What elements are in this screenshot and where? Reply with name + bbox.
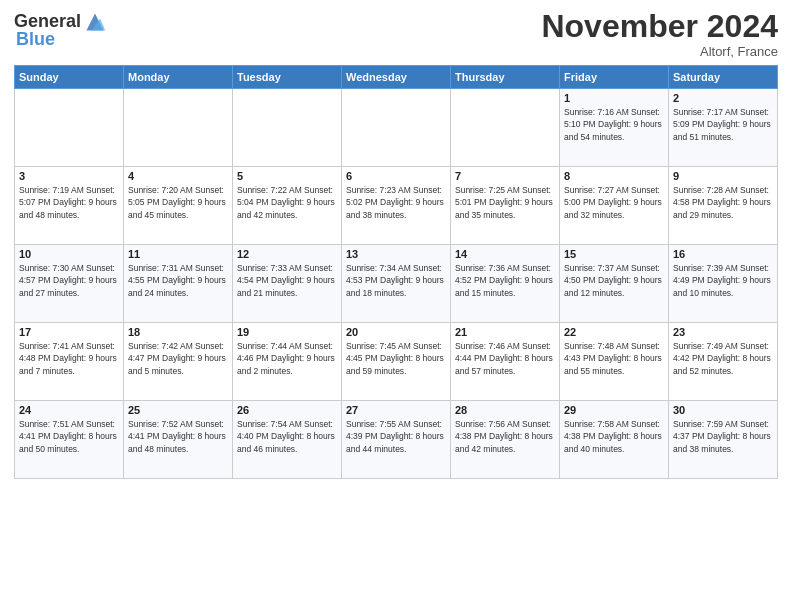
cell-4-2: 26Sunrise: 7:54 AM Sunset: 4:40 PM Dayli… <box>233 401 342 479</box>
day-number-2-0: 10 <box>19 248 119 260</box>
day-number-4-1: 25 <box>128 404 228 416</box>
day-number-0-6: 2 <box>673 92 773 104</box>
day-number-4-6: 30 <box>673 404 773 416</box>
day-number-2-6: 16 <box>673 248 773 260</box>
week-row-3: 17Sunrise: 7:41 AM Sunset: 4:48 PM Dayli… <box>15 323 778 401</box>
calendar-header-row: Sunday Monday Tuesday Wednesday Thursday… <box>15 66 778 89</box>
day-number-0-5: 1 <box>564 92 664 104</box>
day-info-4-3: Sunrise: 7:55 AM Sunset: 4:39 PM Dayligh… <box>346 418 446 455</box>
day-info-2-5: Sunrise: 7:37 AM Sunset: 4:50 PM Dayligh… <box>564 262 664 299</box>
day-info-3-0: Sunrise: 7:41 AM Sunset: 4:48 PM Dayligh… <box>19 340 119 377</box>
day-info-1-2: Sunrise: 7:22 AM Sunset: 5:04 PM Dayligh… <box>237 184 337 221</box>
day-info-0-6: Sunrise: 7:17 AM Sunset: 5:09 PM Dayligh… <box>673 106 773 143</box>
day-info-2-1: Sunrise: 7:31 AM Sunset: 4:55 PM Dayligh… <box>128 262 228 299</box>
day-number-1-6: 9 <box>673 170 773 182</box>
day-number-3-1: 18 <box>128 326 228 338</box>
day-info-3-4: Sunrise: 7:46 AM Sunset: 4:44 PM Dayligh… <box>455 340 555 377</box>
day-info-3-2: Sunrise: 7:44 AM Sunset: 4:46 PM Dayligh… <box>237 340 337 377</box>
week-row-0: 1Sunrise: 7:16 AM Sunset: 5:10 PM Daylig… <box>15 89 778 167</box>
cell-1-6: 9Sunrise: 7:28 AM Sunset: 4:58 PM Daylig… <box>669 167 778 245</box>
cell-4-1: 25Sunrise: 7:52 AM Sunset: 4:41 PM Dayli… <box>124 401 233 479</box>
day-number-1-2: 5 <box>237 170 337 182</box>
day-number-1-5: 8 <box>564 170 664 182</box>
day-info-2-6: Sunrise: 7:39 AM Sunset: 4:49 PM Dayligh… <box>673 262 773 299</box>
day-info-4-1: Sunrise: 7:52 AM Sunset: 4:41 PM Dayligh… <box>128 418 228 455</box>
day-info-4-2: Sunrise: 7:54 AM Sunset: 4:40 PM Dayligh… <box>237 418 337 455</box>
cell-4-0: 24Sunrise: 7:51 AM Sunset: 4:41 PM Dayli… <box>15 401 124 479</box>
cell-1-2: 5Sunrise: 7:22 AM Sunset: 5:04 PM Daylig… <box>233 167 342 245</box>
cell-3-2: 19Sunrise: 7:44 AM Sunset: 4:46 PM Dayli… <box>233 323 342 401</box>
cell-3-0: 17Sunrise: 7:41 AM Sunset: 4:48 PM Dayli… <box>15 323 124 401</box>
cell-0-4 <box>451 89 560 167</box>
day-info-1-4: Sunrise: 7:25 AM Sunset: 5:01 PM Dayligh… <box>455 184 555 221</box>
day-info-3-6: Sunrise: 7:49 AM Sunset: 4:42 PM Dayligh… <box>673 340 773 377</box>
day-info-2-2: Sunrise: 7:33 AM Sunset: 4:54 PM Dayligh… <box>237 262 337 299</box>
cell-2-1: 11Sunrise: 7:31 AM Sunset: 4:55 PM Dayli… <box>124 245 233 323</box>
day-info-2-0: Sunrise: 7:30 AM Sunset: 4:57 PM Dayligh… <box>19 262 119 299</box>
header-thursday: Thursday <box>451 66 560 89</box>
cell-2-2: 12Sunrise: 7:33 AM Sunset: 4:54 PM Dayli… <box>233 245 342 323</box>
cell-4-6: 30Sunrise: 7:59 AM Sunset: 4:37 PM Dayli… <box>669 401 778 479</box>
day-info-4-4: Sunrise: 7:56 AM Sunset: 4:38 PM Dayligh… <box>455 418 555 455</box>
day-number-3-4: 21 <box>455 326 555 338</box>
day-info-0-5: Sunrise: 7:16 AM Sunset: 5:10 PM Dayligh… <box>564 106 664 143</box>
cell-2-0: 10Sunrise: 7:30 AM Sunset: 4:57 PM Dayli… <box>15 245 124 323</box>
day-info-3-5: Sunrise: 7:48 AM Sunset: 4:43 PM Dayligh… <box>564 340 664 377</box>
cell-1-3: 6Sunrise: 7:23 AM Sunset: 5:02 PM Daylig… <box>342 167 451 245</box>
day-number-3-0: 17 <box>19 326 119 338</box>
cell-2-5: 15Sunrise: 7:37 AM Sunset: 4:50 PM Dayli… <box>560 245 669 323</box>
cell-3-3: 20Sunrise: 7:45 AM Sunset: 4:45 PM Dayli… <box>342 323 451 401</box>
day-number-3-5: 22 <box>564 326 664 338</box>
cell-3-1: 18Sunrise: 7:42 AM Sunset: 4:47 PM Dayli… <box>124 323 233 401</box>
calendar: Sunday Monday Tuesday Wednesday Thursday… <box>14 65 778 479</box>
cell-2-6: 16Sunrise: 7:39 AM Sunset: 4:49 PM Dayli… <box>669 245 778 323</box>
cell-3-4: 21Sunrise: 7:46 AM Sunset: 4:44 PM Dayli… <box>451 323 560 401</box>
month-title: November 2024 <box>541 10 778 42</box>
header-sunday: Sunday <box>15 66 124 89</box>
day-number-4-0: 24 <box>19 404 119 416</box>
day-number-2-2: 12 <box>237 248 337 260</box>
header-tuesday: Tuesday <box>233 66 342 89</box>
cell-2-3: 13Sunrise: 7:34 AM Sunset: 4:53 PM Dayli… <box>342 245 451 323</box>
cell-0-3 <box>342 89 451 167</box>
cell-4-4: 28Sunrise: 7:56 AM Sunset: 4:38 PM Dayli… <box>451 401 560 479</box>
cell-3-5: 22Sunrise: 7:48 AM Sunset: 4:43 PM Dayli… <box>560 323 669 401</box>
cell-1-1: 4Sunrise: 7:20 AM Sunset: 5:05 PM Daylig… <box>124 167 233 245</box>
cell-3-6: 23Sunrise: 7:49 AM Sunset: 4:42 PM Dayli… <box>669 323 778 401</box>
cell-1-4: 7Sunrise: 7:25 AM Sunset: 5:01 PM Daylig… <box>451 167 560 245</box>
logo-blue-text: Blue <box>16 30 55 50</box>
week-row-2: 10Sunrise: 7:30 AM Sunset: 4:57 PM Dayli… <box>15 245 778 323</box>
cell-0-5: 1Sunrise: 7:16 AM Sunset: 5:10 PM Daylig… <box>560 89 669 167</box>
day-number-4-5: 29 <box>564 404 664 416</box>
day-info-1-5: Sunrise: 7:27 AM Sunset: 5:00 PM Dayligh… <box>564 184 664 221</box>
day-number-1-3: 6 <box>346 170 446 182</box>
day-number-3-2: 19 <box>237 326 337 338</box>
title-block: November 2024 Altorf, France <box>541 10 778 59</box>
day-info-3-3: Sunrise: 7:45 AM Sunset: 4:45 PM Dayligh… <box>346 340 446 377</box>
day-number-4-3: 27 <box>346 404 446 416</box>
day-number-2-5: 15 <box>564 248 664 260</box>
day-info-1-3: Sunrise: 7:23 AM Sunset: 5:02 PM Dayligh… <box>346 184 446 221</box>
cell-1-0: 3Sunrise: 7:19 AM Sunset: 5:07 PM Daylig… <box>15 167 124 245</box>
header-monday: Monday <box>124 66 233 89</box>
cell-4-5: 29Sunrise: 7:58 AM Sunset: 4:38 PM Dayli… <box>560 401 669 479</box>
day-info-4-6: Sunrise: 7:59 AM Sunset: 4:37 PM Dayligh… <box>673 418 773 455</box>
day-number-4-4: 28 <box>455 404 555 416</box>
day-info-4-5: Sunrise: 7:58 AM Sunset: 4:38 PM Dayligh… <box>564 418 664 455</box>
logo-icon <box>83 10 107 34</box>
header: General Blue November 2024 Altorf, Franc… <box>14 10 778 59</box>
day-number-3-3: 20 <box>346 326 446 338</box>
day-number-2-3: 13 <box>346 248 446 260</box>
day-number-4-2: 26 <box>237 404 337 416</box>
cell-0-0 <box>15 89 124 167</box>
logo: General Blue <box>14 10 107 50</box>
cell-0-6: 2Sunrise: 7:17 AM Sunset: 5:09 PM Daylig… <box>669 89 778 167</box>
day-info-2-3: Sunrise: 7:34 AM Sunset: 4:53 PM Dayligh… <box>346 262 446 299</box>
day-number-2-4: 14 <box>455 248 555 260</box>
day-info-4-0: Sunrise: 7:51 AM Sunset: 4:41 PM Dayligh… <box>19 418 119 455</box>
cell-4-3: 27Sunrise: 7:55 AM Sunset: 4:39 PM Dayli… <box>342 401 451 479</box>
page: General Blue November 2024 Altorf, Franc… <box>0 0 792 612</box>
day-number-1-4: 7 <box>455 170 555 182</box>
cell-0-2 <box>233 89 342 167</box>
header-wednesday: Wednesday <box>342 66 451 89</box>
